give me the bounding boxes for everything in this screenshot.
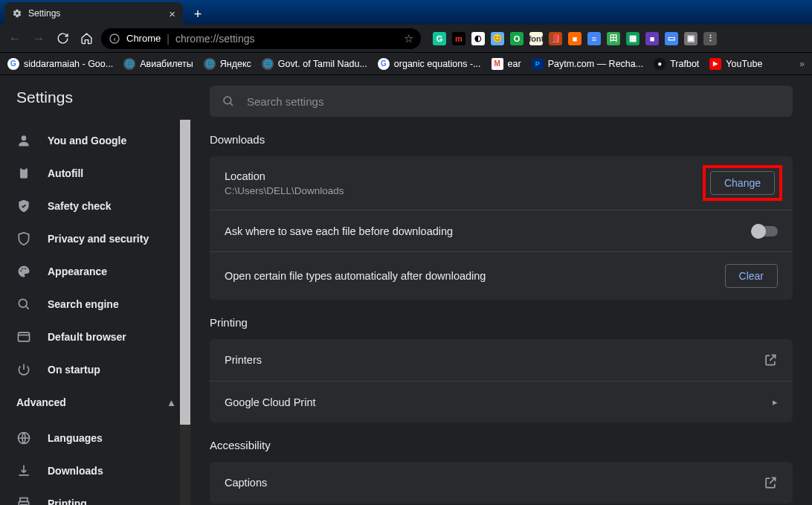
captions-row[interactable]: Captions xyxy=(210,462,793,504)
extension-gray-ext[interactable]: ▣ xyxy=(684,32,697,45)
extension-m-ext[interactable]: m xyxy=(452,32,465,45)
favicon: G xyxy=(7,58,19,70)
forward-button[interactable]: → xyxy=(30,30,48,48)
extension-docs-ext[interactable]: ≡ xyxy=(587,32,601,45)
download-location-row: Location C:\Users\DELL\Downloads Change xyxy=(210,156,793,210)
extension-emoji-ext[interactable]: 😊 xyxy=(491,32,504,45)
bookmark-label: organic equations -... xyxy=(394,59,481,69)
url-host: Chrome xyxy=(126,33,161,44)
extension-ublock[interactable]: O xyxy=(510,32,523,45)
sidebar-scroll-thumb[interactable] xyxy=(180,120,190,425)
bookmark-item[interactable]: PPaytm.com — Recha... xyxy=(532,58,644,70)
external-link-icon xyxy=(763,475,778,490)
favicon: ▶ xyxy=(709,58,721,70)
browser-toolbar: ← → Chrome | chrome://settings ☆ Gm◐😊Ofo… xyxy=(0,25,812,53)
bookmark-item[interactable]: 🌐Авиабилеты xyxy=(123,58,193,70)
open-types-label: Open certain file types automatically af… xyxy=(225,270,486,282)
palette-icon xyxy=(16,264,31,279)
sidebar-item-default-browser[interactable]: Default browser xyxy=(0,321,190,353)
bookmark-label: YouTube xyxy=(726,59,762,69)
sidebar-item-printing[interactable]: Printing xyxy=(0,487,190,505)
sidebar-item-label: On startup xyxy=(48,364,100,376)
globe-icon xyxy=(16,431,31,446)
bookmark-label: Авиабилеты xyxy=(140,59,193,69)
address-bar[interactable]: Chrome | chrome://settings ☆ xyxy=(101,28,421,49)
advanced-toggle[interactable]: Advanced ▴ xyxy=(0,386,190,416)
sidebar-item-appearance[interactable]: Appearance xyxy=(0,255,190,288)
settings-search[interactable]: Search settings xyxy=(210,86,793,117)
clear-button[interactable]: Clear xyxy=(725,264,778,288)
sidebar-item-label: Default browser xyxy=(48,331,126,343)
extension-slides-ext[interactable]: ▭ xyxy=(665,32,678,45)
back-button[interactable]: ← xyxy=(6,30,24,48)
extension-grammarly[interactable]: G xyxy=(433,32,446,45)
svg-point-13 xyxy=(224,97,231,104)
svg-rect-3 xyxy=(22,167,26,170)
bookmark-item[interactable]: Gorganic equations -... xyxy=(378,58,481,70)
extension-contrast[interactable]: ◐ xyxy=(471,32,485,45)
tab-title: Settings xyxy=(28,8,60,19)
sidebar-item-autofill[interactable]: Autofill xyxy=(0,157,190,190)
svg-point-7 xyxy=(19,299,27,307)
change-highlight: Change xyxy=(703,165,782,201)
sidebar-item-label: Autofill xyxy=(48,167,83,179)
favicon: 🌐 xyxy=(262,58,274,70)
bookmark-item[interactable]: ●Trafbot xyxy=(654,58,699,70)
sidebar-item-label: Printing xyxy=(48,498,87,505)
favicon: G xyxy=(378,58,390,70)
settings-page: Settings You and GoogleAutofillSafety ch… xyxy=(0,75,812,505)
shield-icon xyxy=(16,231,31,246)
extension-orange-ext[interactable]: ■ xyxy=(568,32,581,45)
search-placeholder: Search settings xyxy=(247,95,323,108)
sidebar-item-label: Safety check xyxy=(48,200,112,212)
svg-rect-2 xyxy=(20,168,28,178)
svg-rect-8 xyxy=(19,332,30,341)
bookmark-star-icon[interactable]: ☆ xyxy=(404,32,413,45)
site-info-icon[interactable] xyxy=(109,33,120,45)
bookmark-item[interactable]: ▶YouTube xyxy=(709,58,762,70)
browser-icon xyxy=(16,329,31,344)
downloads-title: Downloads xyxy=(210,133,793,146)
extension-font-ext[interactable]: font xyxy=(529,32,543,45)
home-button[interactable] xyxy=(77,30,95,48)
external-link-icon xyxy=(763,353,778,367)
change-button[interactable]: Change xyxy=(710,171,775,195)
printers-row[interactable]: Printers xyxy=(210,339,793,381)
bookmark-item[interactable]: Mear xyxy=(492,58,521,70)
sidebar-item-languages[interactable]: Languages xyxy=(0,422,190,454)
browser-tab[interactable]: Settings × xyxy=(4,2,183,25)
extension-sheets-badge[interactable]: 田 xyxy=(607,32,620,45)
sidebar-item-you-and-google[interactable]: You and Google xyxy=(0,124,190,157)
reload-button[interactable] xyxy=(54,30,71,48)
svg-point-4 xyxy=(20,270,22,271)
person-icon xyxy=(16,133,31,148)
ask-where-toggle[interactable] xyxy=(753,226,778,237)
search-icon xyxy=(222,94,235,108)
favicon: M xyxy=(492,58,503,70)
bookmark-item[interactable]: 🌐Govt. of Tamil Nadu... xyxy=(262,58,367,70)
location-path: C:\Users\DELL\Downloads xyxy=(225,185,344,196)
sidebar-item-search-engine[interactable]: Search engine xyxy=(0,288,190,321)
sidebar-item-on-startup[interactable]: On startup xyxy=(0,353,190,386)
svg-point-6 xyxy=(25,268,26,269)
cloud-print-row[interactable]: Google Cloud Print ▸ xyxy=(210,381,793,422)
bookmark-label: siddaramaiah - Goo... xyxy=(24,59,113,69)
printing-section: Printing Printers Google Cloud Print ▸ xyxy=(210,316,793,422)
sidebar-item-downloads[interactable]: Downloads xyxy=(0,454,190,487)
tab-close-icon[interactable]: × xyxy=(169,7,175,20)
extension-sheets2[interactable]: ▦ xyxy=(626,32,639,45)
extension-last-ext[interactable]: ⋮ xyxy=(703,32,717,45)
sidebar-item-label: Search engine xyxy=(48,298,119,310)
sidebar-item-privacy-and-security[interactable]: Privacy and security xyxy=(0,222,190,255)
extension-forms-ext[interactable]: ■ xyxy=(645,32,659,45)
new-tab-button[interactable]: + xyxy=(187,4,208,25)
sidebar-item-label: Languages xyxy=(48,432,103,444)
accessibility-section: Accessibility Captions xyxy=(210,439,793,504)
bookmarks-overflow-icon[interactable]: » xyxy=(799,59,805,69)
sidebar-item-safety-check[interactable]: Safety check xyxy=(0,190,190,222)
bookmark-item[interactable]: Gsiddaramaiah - Goo... xyxy=(7,58,113,70)
extension-reader-ext[interactable]: 📕 xyxy=(549,32,562,45)
ask-where-row: Ask where to save each file before downl… xyxy=(210,210,793,251)
bookmark-item[interactable]: 🌐Яндекс xyxy=(204,58,251,70)
favicon: ● xyxy=(654,58,666,70)
